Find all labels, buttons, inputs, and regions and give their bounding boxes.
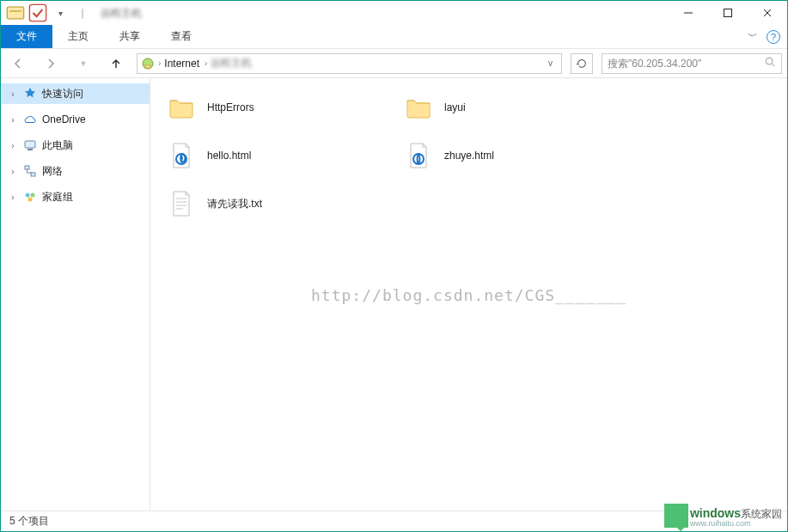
- file-name: zhuye.html: [444, 150, 494, 162]
- file-name: hello.html: [207, 150, 251, 162]
- search-icon[interactable]: [764, 56, 776, 70]
- file-item-folder[interactable]: layui: [405, 90, 628, 125]
- svg-rect-0: [7, 7, 23, 19]
- title-bar: ▾ | 远程主机: [1, 1, 787, 25]
- sidebar-item-quick-access[interactable]: › 快速访问: [1, 83, 150, 104]
- address-dropdown-icon[interactable]: v: [543, 58, 558, 68]
- sidebar-item-homegroup[interactable]: › 家庭组: [1, 187, 150, 207]
- qat-dropdown[interactable]: ▾: [51, 3, 70, 22]
- brand-watermark: windows系统家园 www.ruihaitu.com: [664, 504, 782, 528]
- close-button[interactable]: [748, 1, 787, 25]
- nav-recent-dropdown[interactable]: ▼: [71, 52, 95, 76]
- tab-home[interactable]: 主页: [52, 25, 104, 48]
- minimize-button[interactable]: [669, 1, 708, 25]
- html-file-icon: [168, 142, 195, 169]
- homegroup-icon: [23, 190, 37, 204]
- qat-separator: |: [73, 3, 92, 22]
- search-box[interactable]: [602, 53, 782, 74]
- nav-row: ▼ › Internet› 远程主机 v: [1, 49, 787, 78]
- ribbon-expand-icon[interactable]: ﹀: [748, 29, 758, 44]
- expand-icon[interactable]: ›: [8, 141, 18, 150]
- expand-icon[interactable]: ›: [8, 115, 18, 125]
- content-pane[interactable]: HttpErrors layui hello.html zhuye.html 请…: [150, 78, 787, 511]
- folder-icon: [405, 94, 432, 121]
- sidebar-item-label: OneDrive: [42, 113, 86, 125]
- sidebar-item-label: 此电脑: [42, 138, 73, 153]
- star-icon: [23, 87, 37, 101]
- expand-icon[interactable]: ›: [8, 193, 18, 202]
- nav-back-button[interactable]: [6, 52, 30, 76]
- sidebar-item-label: 网络: [42, 164, 63, 179]
- folder-icon: [168, 94, 195, 121]
- expand-icon[interactable]: ›: [8, 89, 18, 99]
- tab-share[interactable]: 共享: [104, 25, 156, 48]
- file-item-txt[interactable]: 请先读我.txt: [168, 187, 391, 221]
- item-grid: HttpErrors layui hello.html zhuye.html 请…: [168, 90, 770, 221]
- file-item-html[interactable]: hello.html: [168, 138, 391, 173]
- window-controls: [669, 1, 787, 25]
- item-count: 5 个项目: [9, 514, 49, 529]
- search-input[interactable]: [608, 58, 764, 70]
- svg-rect-11: [25, 141, 35, 148]
- nav-up-button[interactable]: [104, 52, 128, 76]
- watermark-text: http://blog.csdn.net/CGS_______: [311, 285, 626, 303]
- svg-rect-4: [724, 9, 732, 17]
- svg-point-17: [28, 198, 33, 202]
- svg-point-15: [26, 193, 30, 198]
- file-item-folder[interactable]: HttpErrors: [168, 90, 391, 125]
- breadcrumb-current[interactable]: 远程主机: [211, 56, 252, 70]
- sidebar-item-label: 快速访问: [42, 87, 83, 101]
- svg-rect-12: [27, 149, 33, 150]
- sidebar-item-this-pc[interactable]: › 此电脑: [1, 135, 150, 156]
- network-icon: [23, 164, 37, 178]
- breadcrumb-sep[interactable]: ›: [158, 58, 161, 68]
- svg-rect-13: [25, 166, 29, 169]
- file-name: 请先读我.txt: [207, 197, 262, 211]
- sidebar-item-label: 家庭组: [42, 190, 73, 205]
- breadcrumb-internet[interactable]: Internet›: [164, 58, 207, 70]
- file-item-html[interactable]: zhuye.html: [405, 138, 628, 173]
- nav-tree: › 快速访问 › OneDrive › 此电脑 › 网络 › 家庭组: [1, 78, 150, 511]
- svg-point-9: [766, 58, 773, 64]
- text-file-icon: [168, 190, 195, 217]
- help-icon[interactable]: ?: [767, 30, 780, 44]
- nav-forward-button[interactable]: [39, 52, 63, 76]
- body: › 快速访问 › OneDrive › 此电脑 › 网络 › 家庭组: [1, 78, 787, 511]
- pc-icon: [23, 138, 37, 152]
- svg-rect-14: [31, 173, 35, 176]
- tab-view[interactable]: 查看: [156, 25, 207, 48]
- maximize-button[interactable]: [708, 1, 748, 25]
- quick-access-toolbar: ▾ |: [6, 3, 92, 22]
- location-icon: [141, 57, 155, 70]
- svg-rect-2: [29, 4, 46, 21]
- file-name: layui: [444, 101, 466, 113]
- file-name: HttpErrors: [207, 101, 254, 113]
- html-file-icon: [405, 142, 432, 169]
- svg-line-10: [773, 64, 775, 67]
- address-bar[interactable]: › Internet› 远程主机 v: [137, 53, 562, 74]
- ribbon-tabs: 文件 主页 共享 查看 ﹀ ?: [1, 25, 787, 49]
- svg-point-16: [31, 193, 35, 198]
- refresh-button[interactable]: [571, 53, 593, 74]
- onedrive-icon: [23, 113, 37, 126]
- tab-file[interactable]: 文件: [1, 25, 52, 48]
- expand-icon[interactable]: ›: [8, 167, 18, 176]
- sidebar-item-network[interactable]: › 网络: [1, 161, 150, 181]
- svg-rect-8: [145, 65, 150, 68]
- properties-toggle[interactable]: [28, 3, 47, 22]
- window-title: 远程主机: [101, 6, 142, 21]
- app-icon[interactable]: [6, 3, 25, 22]
- svg-rect-1: [9, 10, 21, 11]
- sidebar-item-onedrive[interactable]: › OneDrive: [1, 109, 150, 130]
- brand-logo-icon: [664, 504, 688, 528]
